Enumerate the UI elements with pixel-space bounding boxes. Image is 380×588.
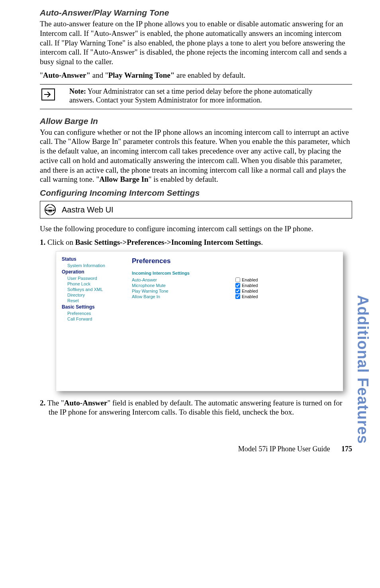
step-2: 2. The "Auto-Answer" field is enabled by… — [40, 398, 352, 417]
step-1: 1. Click on Basic Settings->Preferences-… — [40, 238, 352, 247]
screenshot-title: Preferences — [132, 257, 319, 265]
heading-auto-answer: Auto-Answer/Play Warning Tone — [40, 8, 352, 18]
heading-allow-barge: Allow Barge In — [40, 116, 352, 126]
text-enabled-3: Enabled — [242, 294, 258, 299]
footer: Model 57i IP Phone User Guide 175 — [0, 433, 380, 453]
nav-system-information[interactable]: System Information — [62, 263, 117, 268]
screenshot-subtitle: Incoming Intercom Settings — [132, 271, 319, 275]
nav-header-operation: Operation — [62, 269, 117, 275]
nav-phone-lock[interactable]: Phone Lock — [62, 281, 117, 287]
nav-softkeys-xml[interactable]: Softkeys and XML — [62, 287, 117, 292]
text-enabled-1: Enabled — [242, 283, 258, 288]
row-auto-answer: Auto-Answer Enabled — [132, 277, 319, 283]
para-defaults: "Auto-Answer" and "Play Warning Tone" ar… — [40, 71, 352, 80]
label-microphone-mute: Microphone Mute — [132, 283, 235, 288]
footer-text: Model 57i IP Phone User Guide — [238, 445, 330, 453]
heading-configuring: Configuring Incoming Intercom Settings — [40, 188, 352, 198]
text-enabled-0: Enabled — [242, 277, 258, 282]
arrow-right-icon — [41, 88, 55, 100]
checkbox-play-warning[interactable] — [235, 289, 240, 293]
nav-directory[interactable]: Directory — [62, 292, 117, 298]
preferences-screenshot: Status System Information Operation User… — [56, 251, 343, 391]
para-allow-barge: You can configure whether or not the IP … — [40, 128, 352, 185]
para-auto-answer: The auto-answer feature on the IP phone … — [40, 19, 352, 67]
label-auto-answer: Auto-Answer — [132, 277, 235, 282]
nav-preferences[interactable]: Preferences — [62, 311, 117, 316]
nav-header-status: Status — [62, 256, 117, 262]
side-tab: Additional Features — [354, 295, 371, 444]
note-text: Note: Your Administrator can set a time … — [69, 87, 352, 105]
checkbox-allow-barge[interactable] — [235, 294, 240, 299]
label-allow-barge: Allow Barge In — [132, 294, 235, 299]
para-configure-intro: Use the following procedure to configure… — [40, 224, 352, 234]
row-allow-barge: Allow Barge In Enabled — [132, 294, 319, 299]
globe-icon — [44, 204, 56, 216]
row-microphone-mute: Microphone Mute Enabled — [132, 283, 319, 288]
note-block: Note: Your Administrator can set a time … — [40, 84, 352, 109]
label-play-warning: Play Warning Tone — [132, 289, 235, 293]
checkbox-microphone-mute[interactable] — [235, 283, 240, 288]
footer-page: 175 — [341, 445, 352, 453]
webui-label: Aastra Web UI — [62, 205, 114, 214]
checkbox-auto-answer[interactable] — [235, 277, 240, 282]
row-play-warning: Play Warning Tone Enabled — [132, 288, 319, 294]
nav-user-password[interactable]: User Password — [62, 275, 117, 281]
nav-header-basic-settings: Basic Settings — [62, 304, 117, 310]
webui-box: Aastra Web UI — [40, 201, 352, 218]
nav-reset[interactable]: Reset — [62, 298, 117, 303]
text-enabled-2: Enabled — [242, 289, 258, 293]
nav-call-forward[interactable]: Call Forward — [62, 316, 117, 322]
